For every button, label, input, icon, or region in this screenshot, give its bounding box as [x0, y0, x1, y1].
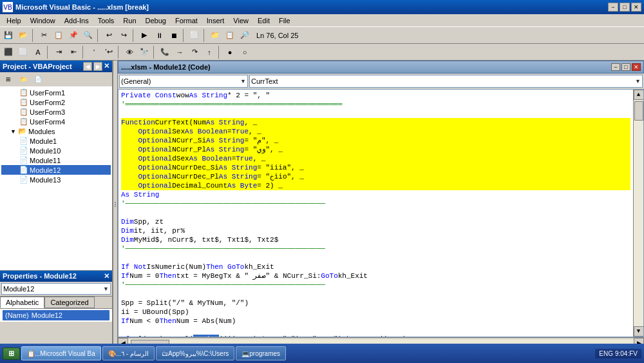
menu-help[interactable]: Help: [3, 15, 25, 26]
open-button[interactable]: 📂: [16, 28, 30, 43]
properties-module-row: Module12 ▼: [0, 282, 112, 297]
taskbar-programs-label: programes: [249, 350, 280, 357]
properties-module-label: Module12: [3, 285, 34, 293]
scroll-up-btn[interactable]: ▲: [634, 90, 644, 100]
taskbar-vb[interactable]: 📋 ...Microsoft Visual Ba: [21, 346, 101, 360]
menu-run[interactable]: Run: [119, 15, 140, 26]
copy-button[interactable]: 📋: [52, 28, 66, 43]
run-button[interactable]: ▶: [137, 28, 151, 43]
properties-close-button[interactable]: ✕: [104, 272, 109, 280]
taskbar-explorer-label: App%يبرو%\C:\Users: [168, 350, 229, 357]
toolbar2-sep-2: [82, 46, 85, 59]
code-minimize-btn[interactable]: −: [611, 63, 620, 71]
menu-tools[interactable]: Tools: [94, 15, 118, 26]
code-line-opt3: Optional NCurr_Pl As String = "وي", _: [121, 145, 630, 154]
scroll-track[interactable]: [634, 100, 643, 326]
props-name-value: Module12: [32, 311, 62, 319]
tb2-step-btn[interactable]: →: [173, 45, 187, 59]
tree-module13[interactable]: 📄 Module13: [1, 175, 111, 184]
menu-view[interactable]: View: [229, 15, 252, 26]
combo-currtext[interactable]: CurrText ▼: [249, 75, 643, 88]
code-area[interactable]: Private Const wow As String * 2 = ", " '…: [118, 89, 644, 337]
tb2-btn1[interactable]: ⬛: [1, 45, 15, 59]
tree-userform1[interactable]: 📋 UserForm1: [1, 88, 111, 97]
reset-button[interactable]: ⏹: [167, 28, 181, 43]
menu-edit[interactable]: Edit: [254, 15, 274, 26]
userform-button[interactable]: ⬜: [187, 28, 202, 43]
start-button[interactable]: ⊞: [3, 348, 20, 360]
split-handle[interactable]: [113, 61, 118, 348]
tree-view-btn[interactable]: ⊞: [1, 72, 15, 86]
tree-userform3[interactable]: 📋 UserForm3: [1, 107, 111, 117]
code-line-blank1: [121, 109, 630, 118]
code-title-bar: .....xlsm - Module12 (Code) − □ ✕: [118, 61, 644, 74]
taskbar-programs[interactable]: 💻 programes: [236, 346, 286, 360]
tree-module11[interactable]: 📄 Module11: [1, 155, 111, 165]
tree-modules[interactable]: ▼ 📂 Modules: [1, 126, 111, 136]
code-maximize-btn[interactable]: □: [621, 63, 630, 71]
combo-currtext-label: CurrText: [251, 77, 278, 85]
tree-module1[interactable]: 📄 Module1: [1, 136, 111, 146]
tb2-call-btn[interactable]: 📞: [158, 45, 172, 59]
code-scrollbar-vertical[interactable]: ▲ ▼: [633, 90, 643, 337]
tb2-uncomment-btn[interactable]: '↩: [102, 45, 116, 59]
taskbar-explorer-icon: 🗂: [162, 350, 168, 357]
save-button[interactable]: 💾: [1, 28, 15, 43]
project-button[interactable]: 📁: [208, 28, 222, 43]
tree-userform4[interactable]: 📋 UserForm4: [1, 117, 111, 126]
tb2-watch-btn[interactable]: 👁: [122, 45, 137, 59]
tb2-stepout-btn[interactable]: ↑: [202, 45, 216, 59]
tb2-btn3[interactable]: A: [31, 45, 45, 59]
redo-button[interactable]: ↪: [117, 28, 131, 43]
project-close-button[interactable]: ✕: [104, 62, 109, 71]
taskbar-paint[interactable]: 🎨 ...الرسام - ٦: [102, 346, 155, 360]
cut-button[interactable]: ✂: [37, 28, 51, 43]
project-nav-left[interactable]: ◀: [83, 62, 92, 71]
taskbar-vb-label: ...Microsoft Visual Ba: [35, 350, 95, 357]
minimize-button[interactable]: −: [608, 3, 618, 12]
tb2-quickwatch-btn[interactable]: 🔭: [137, 45, 151, 59]
menu-debug[interactable]: Debug: [142, 15, 170, 26]
menu-file[interactable]: File: [275, 15, 294, 26]
menu-addins[interactable]: Add-Ins: [61, 15, 93, 26]
paste-button[interactable]: 📌: [66, 28, 80, 43]
objectbrowser-button[interactable]: 🔎: [238, 28, 252, 43]
tb2-clearall-btn[interactable]: ○: [238, 45, 252, 59]
code-line-opt6: Optional NCurrDec_Pl As String = "خiio",…: [121, 172, 630, 181]
tab-categorized[interactable]: Categorized: [44, 297, 94, 308]
tb2-outdent-btn[interactable]: ⇤: [66, 45, 80, 59]
code-line-if2: If Num = 0 Then txt = MyBegTx & " صفر" &…: [121, 271, 630, 280]
tb2-btn2[interactable]: ⬜: [16, 45, 30, 59]
menu-insert[interactable]: Insert: [203, 15, 229, 26]
tree-module12[interactable]: 📄 Module12: [1, 165, 111, 175]
project-nav-right[interactable]: ▶: [93, 62, 102, 71]
tree-userform2[interactable]: 📋 UserForm2: [1, 97, 111, 107]
tree-folder-btn[interactable]: 📁: [16, 72, 30, 86]
undo-button[interactable]: ↩: [102, 28, 116, 43]
props-button[interactable]: 📋: [223, 28, 237, 43]
taskbar-explorer[interactable]: 🗂 App%يبرو%\C:\Users: [156, 346, 234, 360]
break-button[interactable]: ⏸: [152, 28, 166, 43]
tree-module10[interactable]: 📄 Module10: [1, 146, 111, 155]
code-line-func: Function CurrText(Num As String, _: [121, 118, 630, 127]
tb2-breakpoint-btn[interactable]: ●: [223, 45, 237, 59]
title-bar-left: VB Microsoft Visual Basic - .....xlsm [b…: [3, 2, 149, 12]
tb2-indent-btn[interactable]: ⇥: [52, 45, 66, 59]
code-line-blank5: [121, 326, 630, 335]
close-button[interactable]: ✕: [631, 3, 641, 12]
maximize-button[interactable]: □: [620, 3, 630, 12]
code-line-opt7: Optional Decimal_Count As Byte = 2) _: [121, 181, 630, 190]
scroll-thumb[interactable]: [634, 101, 643, 121]
tb2-comment-btn[interactable]: ': [87, 45, 101, 59]
combo-general[interactable]: (General) ▼: [119, 75, 248, 88]
tree-icon-module13: 📄: [19, 175, 28, 184]
menu-format[interactable]: Format: [171, 15, 202, 26]
menu-window[interactable]: Window: [26, 15, 59, 26]
find-button[interactable]: 🔍: [81, 28, 95, 43]
tab-alphabetic[interactable]: Alphabetic: [0, 297, 44, 308]
properties-module-combo[interactable]: Module12 ▼: [1, 283, 111, 295]
code-close-btn[interactable]: ✕: [632, 63, 641, 71]
tree-code-btn[interactable]: 📄: [31, 72, 45, 86]
scroll-down-btn[interactable]: ▼: [634, 326, 644, 337]
tb2-stepover-btn[interactable]: ↷: [187, 45, 202, 59]
